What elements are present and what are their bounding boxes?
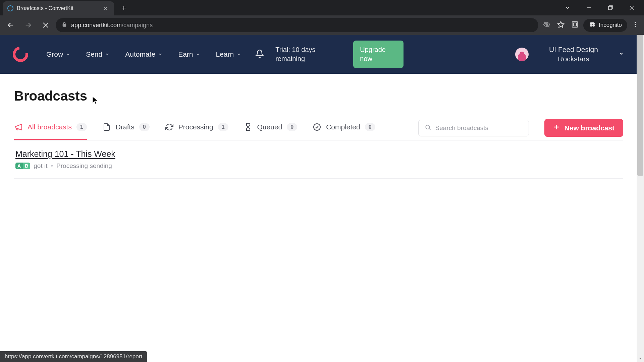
nav-send[interactable]: Send bbox=[80, 47, 116, 62]
vertical-scrollbar[interactable]: ▾ bbox=[637, 35, 644, 362]
nav-label: Earn bbox=[178, 50, 193, 58]
file-icon bbox=[102, 123, 111, 131]
maximize-button[interactable] bbox=[601, 1, 620, 14]
tab-drafts[interactable]: Drafts 0 bbox=[102, 119, 150, 140]
svg-line-21 bbox=[429, 128, 430, 130]
incognito-badge[interactable]: Incognito bbox=[583, 19, 627, 32]
notifications-button[interactable] bbox=[251, 49, 269, 59]
chevron-down-icon bbox=[196, 52, 200, 57]
reading-list-icon[interactable] bbox=[569, 19, 581, 32]
incognito-label: Incognito bbox=[599, 22, 622, 28]
hourglass-icon bbox=[244, 123, 253, 131]
nav-learn[interactable]: Learn bbox=[210, 47, 247, 62]
upgrade-button[interactable]: Upgrade now bbox=[353, 41, 404, 68]
tab-label: Queued bbox=[257, 123, 282, 131]
status-bar-url: https://app.convertkit.com/campaigns/128… bbox=[0, 351, 147, 362]
tab-title: Broadcasts - ConvertKit bbox=[17, 5, 102, 11]
separator-dot: • bbox=[51, 162, 53, 170]
tab-search-button[interactable] bbox=[558, 1, 577, 14]
forward-button[interactable] bbox=[21, 18, 36, 33]
back-button[interactable] bbox=[3, 18, 18, 33]
count-badge: 1 bbox=[76, 123, 87, 131]
close-icon[interactable]: ✕ bbox=[102, 5, 109, 12]
search-input[interactable] bbox=[435, 124, 523, 132]
stop-reload-button[interactable] bbox=[38, 18, 53, 33]
svg-rect-2 bbox=[608, 6, 612, 10]
svg-rect-13 bbox=[573, 23, 576, 26]
tab-all-broadcasts[interactable]: All broadcasts 1 bbox=[14, 119, 87, 140]
convertkit-logo-icon[interactable] bbox=[13, 47, 28, 62]
ab-a: A bbox=[15, 163, 23, 169]
megaphone-icon bbox=[14, 123, 23, 131]
new-tab-button[interactable]: ＋ bbox=[120, 3, 127, 13]
nav-grow[interactable]: Grow bbox=[40, 47, 76, 62]
broadcast-meta: A B got it • Processing sending bbox=[15, 162, 623, 170]
svg-point-14 bbox=[590, 24, 592, 26]
svg-point-19 bbox=[314, 124, 320, 130]
chevron-down-icon bbox=[105, 52, 110, 57]
window-controls bbox=[558, 1, 644, 14]
count-badge: 0 bbox=[139, 123, 150, 131]
tab-completed[interactable]: Completed 0 bbox=[313, 119, 375, 140]
search-input-wrapper[interactable] bbox=[418, 120, 529, 136]
url-path: /campaigns bbox=[122, 22, 153, 28]
broadcast-status: Processing sending bbox=[56, 162, 112, 170]
minimize-button[interactable] bbox=[580, 1, 598, 14]
lock-icon bbox=[62, 22, 67, 29]
app-header: Grow Send Automate Earn Learn Trial: 10 … bbox=[0, 35, 637, 74]
count-badge: 1 bbox=[218, 123, 228, 131]
svg-point-20 bbox=[426, 125, 430, 129]
nav-earn[interactable]: Earn bbox=[172, 47, 206, 62]
nav-automate[interactable]: Automate bbox=[119, 47, 169, 62]
nav-label: Learn bbox=[216, 50, 234, 58]
svg-rect-12 bbox=[572, 22, 578, 27]
close-window-button[interactable] bbox=[623, 1, 641, 14]
tab-label: All broadcasts bbox=[28, 123, 72, 131]
count-badge: 0 bbox=[365, 123, 375, 131]
avatar[interactable] bbox=[515, 48, 529, 61]
eye-off-icon[interactable] bbox=[541, 19, 552, 32]
check-circle-icon bbox=[313, 123, 321, 131]
broadcast-preview: got it bbox=[34, 162, 47, 170]
tab-label: Completed bbox=[326, 123, 360, 131]
filter-toolbar: All broadcasts 1 Drafts 0 Processing 1 Q… bbox=[14, 119, 623, 140]
app-viewport: Grow Send Automate Earn Learn Trial: 10 … bbox=[0, 35, 644, 362]
svg-point-17 bbox=[635, 24, 636, 25]
chevron-down-icon bbox=[66, 52, 70, 57]
bell-icon bbox=[255, 49, 264, 58]
tab-queued[interactable]: Queued 0 bbox=[244, 119, 298, 140]
org-switcher[interactable]: UI Feed Design Rockstars bbox=[540, 45, 607, 64]
tab-processing[interactable]: Processing 1 bbox=[165, 119, 228, 140]
ab-b: B bbox=[23, 163, 30, 169]
scroll-down-arrow[interactable]: ▾ bbox=[637, 355, 644, 362]
ab-test-badge: A B bbox=[15, 163, 30, 169]
button-label: New broadcast bbox=[565, 124, 614, 132]
browser-toolbar: app.convertkit.com/campaigns Incognito bbox=[0, 15, 644, 35]
count-badge: 0 bbox=[287, 123, 297, 131]
scrollbar-thumb[interactable] bbox=[637, 35, 643, 176]
tab-label: Drafts bbox=[116, 123, 135, 131]
browser-tab[interactable]: Broadcasts - ConvertKit ✕ bbox=[3, 1, 114, 15]
nav-label: Automate bbox=[125, 50, 155, 58]
chevron-down-icon[interactable] bbox=[619, 51, 624, 58]
browser-tab-strip: Broadcasts - ConvertKit ✕ ＋ bbox=[0, 0, 644, 15]
address-bar[interactable]: app.convertkit.com/campaigns bbox=[56, 18, 538, 32]
tab-label: Processing bbox=[178, 123, 213, 131]
nav-label: Send bbox=[86, 50, 102, 58]
chevron-down-icon bbox=[236, 52, 241, 57]
incognito-icon bbox=[589, 21, 596, 30]
svg-marker-11 bbox=[558, 21, 564, 27]
search-icon bbox=[425, 124, 431, 132]
svg-point-18 bbox=[635, 26, 636, 27]
url-domain: app.convertkit.com bbox=[71, 22, 122, 28]
broadcast-title-link[interactable]: Marketing 101 - This Week bbox=[15, 149, 115, 159]
svg-point-16 bbox=[635, 22, 636, 23]
new-broadcast-button[interactable]: New broadcast bbox=[544, 119, 623, 137]
browser-menu-icon[interactable] bbox=[630, 19, 641, 31]
broadcast-row[interactable]: Marketing 101 - This Week A B got it • P… bbox=[14, 140, 623, 179]
favicon-icon bbox=[7, 5, 13, 11]
bookmark-star-icon[interactable] bbox=[555, 19, 567, 32]
refresh-icon bbox=[165, 123, 174, 131]
plus-icon bbox=[553, 124, 560, 132]
page-title: Broadcasts bbox=[14, 88, 623, 104]
